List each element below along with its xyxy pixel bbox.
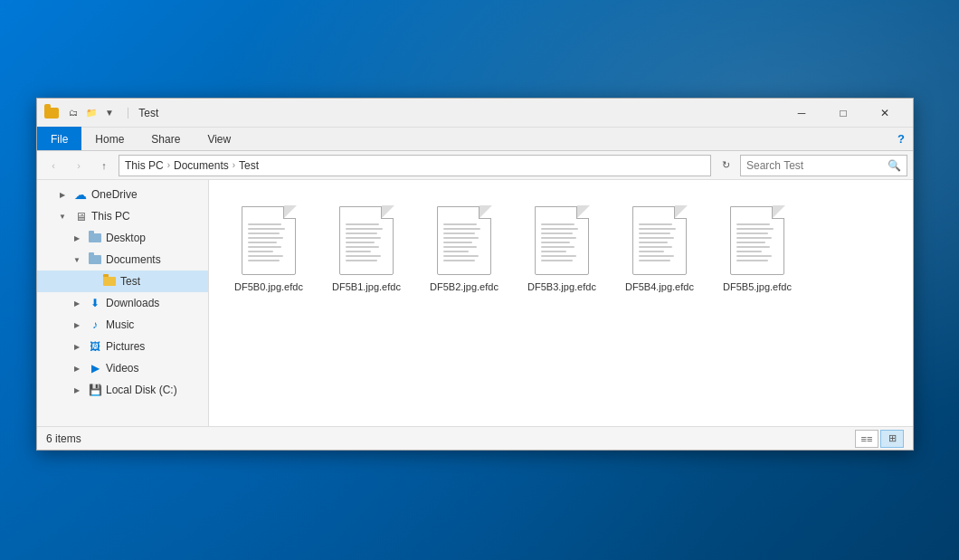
videos-folder-icon: ▶ <box>88 361 102 375</box>
expand-icon: ▶ <box>70 383 84 397</box>
refresh-button[interactable]: ↻ <box>715 155 736 176</box>
path-this-pc: This PC <box>125 159 164 172</box>
qa-new-folder-button[interactable]: 📁 <box>82 104 100 122</box>
tab-home[interactable]: Home <box>81 127 138 150</box>
qa-properties-button[interactable]: 🗂 <box>64 104 82 122</box>
file-icon <box>529 203 594 275</box>
search-box: 🔍 <box>740 155 907 176</box>
minimize-button[interactable]: ─ <box>781 99 822 128</box>
documents-folder-icon <box>88 252 102 267</box>
file-name: DF5B1.jpg.efdc <box>332 280 401 293</box>
title-bar: 🗂 📁 ▼ │ Test ─ □ ✕ <box>37 99 913 128</box>
pictures-folder-icon: 🖼 <box>88 339 102 354</box>
test-folder-icon <box>102 274 117 289</box>
this-pc-label: This PC <box>91 210 201 223</box>
onedrive-label: OneDrive <box>91 188 201 201</box>
path-test: Test <box>239 159 259 172</box>
tab-share[interactable]: Share <box>138 127 194 150</box>
downloads-label: Downloads <box>106 297 201 309</box>
window-title: Test <box>138 107 781 119</box>
maximize-button[interactable]: □ <box>822 99 864 128</box>
back-button[interactable]: ‹ <box>43 155 64 176</box>
sidebar-item-desktop[interactable]: ▶ Desktop <box>37 227 208 249</box>
expand-icon: ▶ <box>70 361 84 375</box>
close-button[interactable]: ✕ <box>864 99 906 128</box>
videos-label: Videos <box>106 362 201 375</box>
content-area: ▶ ☁ OneDrive ▼ 🖥 This PC ▶ Des <box>37 180 913 426</box>
file-item[interactable]: DF5B1.jpg.efdc <box>321 195 412 301</box>
file-icon <box>725 203 790 275</box>
sidebar-item-videos[interactable]: ▶ ▶ Videos <box>37 357 208 379</box>
window-controls: ─ □ ✕ <box>781 99 906 128</box>
tab-view[interactable]: View <box>194 127 244 150</box>
address-path[interactable]: This PC › Documents › Test <box>119 155 711 176</box>
downloads-folder-icon: ⬇ <box>88 296 102 310</box>
file-item[interactable]: DF5B0.jpg.efdc <box>223 195 314 301</box>
sidebar-item-music[interactable]: ▶ ♪ Music <box>37 314 208 336</box>
music-label: Music <box>106 318 201 331</box>
status-bar: 6 items ≡≡ ⊞ <box>37 426 913 450</box>
details-view-button[interactable]: ≡≡ <box>855 430 878 448</box>
desktop-folder-icon <box>88 231 102 245</box>
ribbon-tabs: File Home Share View ? <box>37 128 913 151</box>
forward-button[interactable]: › <box>68 155 90 176</box>
tab-file[interactable]: File <box>37 127 81 150</box>
file-name: DF5B3.jpg.efdc <box>527 280 596 293</box>
file-icon <box>432 203 497 275</box>
sidebar-item-test[interactable]: Test <box>37 271 208 292</box>
file-icon <box>236 203 301 275</box>
sidebar-item-downloads[interactable]: ▶ ⬇ Downloads <box>37 292 208 314</box>
expand-icon: ▶ <box>70 339 84 354</box>
expand-icon: ▼ <box>55 209 70 223</box>
expand-icon: ▶ <box>70 296 84 310</box>
file-name: DF5B2.jpg.efdc <box>430 280 498 293</box>
onedrive-icon: ☁ <box>73 187 88 202</box>
view-buttons: ≡≡ ⊞ <box>855 430 904 448</box>
path-documents: Documents <box>174 159 229 172</box>
qa-chevron-button[interactable]: ▼ <box>100 104 119 122</box>
local-disk-label: Local Disk (C:) <box>106 384 201 396</box>
file-explorer-window: 🗂 📁 ▼ │ Test ─ □ ✕ File Home Share View … <box>36 98 914 451</box>
sidebar-item-onedrive[interactable]: ▶ ☁ OneDrive <box>37 184 208 205</box>
window-icon <box>44 106 59 120</box>
file-item[interactable]: DF5B3.jpg.efdc <box>517 195 607 301</box>
file-icon <box>627 203 692 275</box>
sidebar-item-documents[interactable]: ▼ Documents <box>37 249 208 271</box>
files-area: DF5B0.jpg.efdc <box>209 180 913 426</box>
file-item[interactable]: DF5B5.jpg.efdc <box>712 195 802 301</box>
item-count: 6 items <box>46 432 855 445</box>
drive-icon: 💾 <box>88 383 102 397</box>
expand-icon <box>84 274 99 289</box>
sidebar: ▶ ☁ OneDrive ▼ 🖥 This PC ▶ Des <box>37 180 209 426</box>
search-input[interactable] <box>746 159 888 172</box>
help-button[interactable]: ? <box>889 127 913 150</box>
sidebar-item-this-pc[interactable]: ▼ 🖥 This PC <box>37 205 208 227</box>
music-folder-icon: ♪ <box>88 318 102 332</box>
pictures-label: Pictures <box>106 340 201 353</box>
file-name: DF5B0.jpg.efdc <box>234 280 303 293</box>
desktop-label: Desktop <box>106 232 201 244</box>
documents-label: Documents <box>106 253 201 266</box>
file-name: DF5B4.jpg.efdc <box>625 280 694 293</box>
sidebar-item-pictures[interactable]: ▶ 🖼 Pictures <box>37 336 208 357</box>
file-item[interactable]: DF5B2.jpg.efdc <box>419 195 509 301</box>
up-button[interactable]: ↑ <box>93 155 115 176</box>
file-name: DF5B5.jpg.efdc <box>723 280 792 293</box>
search-icon[interactable]: 🔍 <box>888 159 901 172</box>
file-icon <box>334 203 399 275</box>
test-label: Test <box>120 275 201 288</box>
expand-icon: ▶ <box>70 318 84 332</box>
expand-icon: ▼ <box>70 252 84 267</box>
expand-icon: ▶ <box>70 231 84 245</box>
address-bar: ‹ › ↑ This PC › Documents › Test ↻ 🔍 <box>37 151 913 180</box>
expand-icon: ▶ <box>55 187 70 202</box>
files-grid: DF5B0.jpg.efdc <box>223 195 898 301</box>
file-item[interactable]: DF5B4.jpg.efdc <box>614 195 705 301</box>
sidebar-item-local-disk[interactable]: ▶ 💾 Local Disk (C:) <box>37 379 208 401</box>
large-icons-view-button[interactable]: ⊞ <box>880 430 904 448</box>
this-pc-icon: 🖥 <box>73 209 88 223</box>
